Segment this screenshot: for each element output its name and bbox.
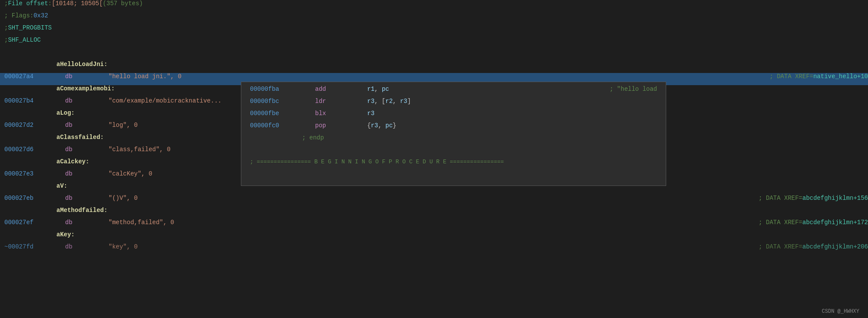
sht-progbits: ;	[4, 24, 8, 31]
xref-value-key: abcdefghijklmn+206	[802, 243, 868, 250]
empty-line-1	[0, 49, 868, 61]
reg-r2: r2	[385, 98, 393, 105]
operand-hello-load-jni: "hello load jni.", 0	[108, 73, 761, 80]
header-line-4: ; SHF_ALLOC	[0, 36, 868, 49]
mnemonic-db-1: db	[56, 97, 108, 104]
code-line-000027ef[interactable]: 000027ef db "method,failed", 0 ; DATA XR…	[0, 219, 868, 231]
semicolon: ;	[4, 0, 8, 7]
reg-pc-pop: pc	[385, 122, 393, 129]
file-offset-bytes: (357 bytes)	[103, 0, 143, 7]
address-000027d2: 000027d2	[0, 122, 56, 129]
address-000027b4: 000027b4	[0, 97, 56, 104]
label-text-classfailed: aClassfailed:	[56, 134, 104, 141]
popup-addr-fc0: 00000fc0	[250, 122, 315, 129]
popup-endp: ; endp	[241, 134, 666, 146]
reg-r3-blx: r3	[367, 110, 375, 117]
label-text-comexample: aComexamplemobi:	[56, 85, 115, 92]
popup-line-fbc: 00000fbc ldr r3, [r2, r3]	[241, 98, 666, 110]
reg-r3-pop: r3	[371, 122, 378, 129]
string-av: "()V", 0	[108, 195, 138, 202]
label-text-av: aV:	[56, 182, 67, 189]
label-text-alog: aLog:	[56, 109, 75, 116]
file-offset-colon: :	[48, 0, 52, 7]
label-text: aHelloLoadJni:	[56, 61, 108, 68]
string-comexample: "com/example/mobicracknative...	[108, 97, 221, 104]
string-key: "key", 0	[108, 243, 138, 250]
header-line-2: ; Flags: 0x32	[0, 12, 868, 24]
mnemonic-db-6: db	[56, 219, 108, 226]
string-hello: "hello load jni.", 0	[108, 73, 181, 80]
mnemonic-db-2: db	[56, 122, 108, 129]
xref-value-av: abcdefghijklmn+156	[802, 195, 868, 202]
xref-comment-av: ; DATA XREF=abcdefghijklmn+156	[759, 195, 868, 202]
reg-r3-1: r3	[367, 98, 375, 105]
shf-alloc-value: SHF_ALLOC	[8, 36, 41, 43]
popup-operand-fba: r1, pc	[367, 86, 389, 93]
header-line-1: ; File offset : [10148; 10505[ (357 byte…	[0, 0, 868, 12]
string-classfailed: "class,failed", 0	[108, 146, 171, 153]
label-text-akey: aKey:	[56, 231, 75, 238]
mnemonic-db-3: db	[56, 146, 108, 153]
xref-value-0: native_hello+10	[813, 73, 868, 80]
popup-operand-fbc: r3, [r2, r3]	[367, 98, 411, 105]
string-methodfailed: "method,failed", 0	[108, 219, 174, 226]
address-000027e3: 000027e3	[0, 170, 56, 177]
code-line-00027fd[interactable]: ~00027fd db "key", 0 ; DATA XREF=abcdefg…	[0, 243, 868, 255]
xref-comment-methodfailed: ; DATA XREF=abcdefghijklmn+172	[759, 219, 868, 226]
popup-mnemonic-add: add	[315, 86, 367, 93]
mnemonic-db-0: db	[56, 73, 108, 80]
popup-mnemonic-pop: pop	[315, 122, 367, 129]
reg-r3-2: r3	[400, 98, 408, 105]
comma-1: ,	[375, 86, 382, 93]
operand-av: "()V", 0	[108, 195, 750, 202]
watermark: CSDN @_HWHXY	[822, 308, 859, 315]
reg-r1: r1	[367, 86, 375, 93]
popup-overlay: 00000fba add r1, pc ; "hello load 00000f…	[241, 82, 666, 186]
file-offset-range: [10148; 10505[	[52, 0, 103, 7]
popup-addr-fbe: 00000fbe	[250, 110, 315, 117]
popup-mnemonic-blx: blx	[315, 110, 367, 117]
popup-addr-fbc: 00000fbc	[250, 98, 315, 105]
mnemonic-db-7: db	[56, 243, 108, 250]
reg-pc-1: pc	[382, 86, 389, 93]
xref-comment-0: ; DATA XREF=native_hello+10	[769, 73, 868, 80]
popup-empty	[241, 146, 666, 159]
header-line-3: ; SHT_PROGBITS	[0, 24, 868, 36]
address-000027a4: 000027a4	[0, 73, 56, 80]
mnemonic-db-5: db	[56, 195, 108, 202]
address-00027fd: ~00027fd	[0, 243, 56, 250]
flags-value: 0x32	[33, 12, 48, 19]
mnemonic-db-4: db	[56, 170, 108, 177]
popup-addr-fba: 00000fba	[250, 86, 315, 93]
label-hello-load-jni: aHelloLoadJni:	[0, 61, 868, 73]
popup-operand-fc0: {r3, pc}	[367, 122, 396, 129]
popup-comment-fba: ; "hello load	[610, 86, 657, 93]
code-line-000027eb[interactable]: 000027eb db "()V", 0 ; DATA XREF=abcdefg…	[0, 195, 868, 207]
popup-beginning-line: ; ================ B E G I N N I N G O F…	[241, 159, 666, 171]
sht-progbits-value: SHT_PROGBITS	[8, 24, 52, 31]
popup-line-fbe: 00000fbe blx r3	[241, 110, 666, 122]
string-log: "log", 0	[108, 122, 138, 129]
string-calckey: "calcKey", 0	[108, 170, 152, 177]
label-methodfailed: aMethodfailed:	[0, 207, 868, 219]
label-text-calckey: aCalckey:	[56, 158, 89, 165]
xref-comment-key: ; DATA XREF=abcdefghijklmn+206	[759, 243, 868, 250]
popup-line-fc0: 00000fc0 pop {r3, pc}	[241, 122, 666, 134]
shf-alloc: ;	[4, 36, 8, 43]
operand-key: "key", 0	[108, 243, 750, 250]
xref-value-methodfailed: abcdefghijklmn+172	[802, 219, 868, 226]
popup-line-fba: 00000fba add r1, pc ; "hello load	[241, 86, 666, 98]
operand-methodfailed: "method,failed", 0	[108, 219, 750, 226]
popup-operand-fbe: r3	[367, 110, 375, 117]
label-text-methodfailed: aMethodfailed:	[56, 207, 108, 214]
popup-mnemonic-ldr: ldr	[315, 98, 367, 105]
address-000027eb: 000027eb	[0, 195, 56, 202]
address-000027ef: 000027ef	[0, 219, 56, 226]
label-akey: aKey:	[0, 231, 868, 243]
address-000027d6: 000027d6	[0, 146, 56, 153]
flags-comment: ; Flags:	[4, 12, 33, 19]
popup-beginning-text: ; ================ B E G I N N I N G O F…	[250, 159, 504, 165]
file-offset-label: File offset	[8, 0, 48, 7]
endp-comment: ; endp	[250, 134, 324, 141]
code-view: ; File offset : [10148; 10505[ (357 byte…	[0, 0, 868, 318]
